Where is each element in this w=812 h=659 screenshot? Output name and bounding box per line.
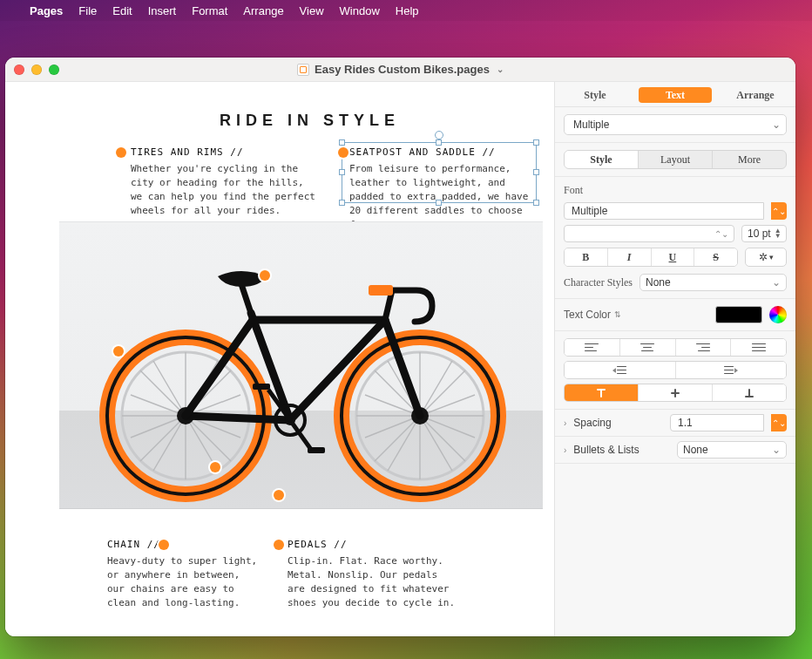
callout-dot (274, 540, 284, 550)
macos-menubar: Pages File Edit Insert Format Arrange Vi… (0, 0, 812, 21)
callout-pedals[interactable]: PEDALS // Clip-in. Flat. Race worthy. Me… (288, 539, 457, 610)
resize-handle[interactable] (339, 200, 345, 206)
page: RIDE IN STYLE TIRES AND RIMS // Whether … (59, 82, 543, 130)
callout-dot (260, 270, 270, 281)
menu-edit[interactable]: Edit (112, 4, 132, 17)
menu-insert[interactable]: Insert (148, 4, 177, 17)
resize-handle[interactable] (533, 200, 539, 206)
document-icon (297, 64, 309, 76)
align-center-button[interactable] (619, 339, 675, 356)
spacing-select[interactable]: 1.1 (670, 414, 764, 431)
valign-middle-button[interactable] (638, 384, 712, 401)
text-color-swatch[interactable] (715, 306, 762, 323)
italic-button[interactable]: I (607, 248, 651, 266)
resize-handle[interactable] (533, 139, 539, 146)
updown-icon: ⇅ (614, 310, 621, 319)
charstyles-select[interactable]: None ⌄ (639, 274, 787, 291)
document-canvas[interactable]: RIDE IN STYLE TIRES AND RIMS // Whether … (5, 82, 555, 636)
callout-dot (113, 346, 124, 357)
charstyles-label: Character Styles (564, 276, 633, 289)
menu-view[interactable]: View (300, 4, 324, 17)
svg-rect-52 (308, 447, 325, 453)
text-subtabs: Style Layout More (564, 150, 787, 169)
font-style-select[interactable]: ⌃⌄ (564, 225, 734, 242)
align-right-button[interactable] (675, 339, 731, 356)
font-family-value: Multiple (572, 205, 607, 217)
menu-help[interactable]: Help (396, 4, 419, 17)
subtab-more[interactable]: More (712, 151, 786, 168)
paragraph-style-select[interactable]: Multiple ⌄ (564, 114, 787, 135)
bike-photo[interactable] (59, 221, 543, 509)
subtab-layout[interactable]: Layout (638, 151, 712, 168)
strike-button[interactable]: S (694, 248, 737, 266)
menu-format[interactable]: Format (192, 4, 227, 17)
document-title[interactable]: Easy Rides Custom Bikes.pages ⌄ (297, 63, 504, 76)
text-advanced-button[interactable]: ✲▾ (745, 248, 787, 267)
callout-dot (274, 490, 284, 500)
align-justify-button[interactable] (730, 339, 786, 356)
tab-arrange[interactable]: Arrange (719, 87, 792, 103)
tab-style[interactable]: Style (558, 87, 632, 103)
callout-dot (116, 147, 126, 158)
callout-dot (159, 540, 169, 550)
underline-button[interactable]: U (651, 248, 694, 266)
text-emphasis-group: B I U S (564, 248, 738, 267)
bullets-select[interactable]: None ⌄ (677, 441, 787, 459)
menu-window[interactable]: Window (340, 4, 380, 17)
callout-tires-body: Whether you're cycling in the city or he… (131, 162, 318, 218)
window-close-button[interactable] (14, 65, 24, 75)
disclosure-icon[interactable]: › (564, 418, 566, 428)
textbox-selection[interactable] (342, 142, 537, 203)
page-headline[interactable]: RIDE IN STYLE (220, 112, 543, 130)
window-minimize-button[interactable] (31, 65, 42, 75)
svg-line-14 (131, 395, 186, 416)
text-color-label: Text Color ⇅ (564, 309, 708, 321)
menu-file[interactable]: File (78, 4, 97, 17)
font-size-stepper[interactable]: ▲▼ (775, 228, 782, 239)
font-size-field[interactable]: 10 pt ▲▼ (741, 225, 787, 242)
h-align-group (564, 338, 787, 357)
resize-handle[interactable] (436, 200, 442, 206)
rotation-handle[interactable] (435, 131, 443, 139)
font-family-stepper[interactable]: ⌃⌄ (771, 202, 787, 220)
spacing-value: 1.1 (678, 417, 693, 429)
valign-bottom-button[interactable] (712, 384, 786, 401)
callout-tires[interactable]: TIRES AND RIMS // Whether you're cycling… (131, 146, 318, 218)
app-menu[interactable]: Pages (30, 4, 63, 17)
indent-group (564, 361, 787, 379)
outdent-button[interactable] (565, 362, 675, 378)
window-zoom-button[interactable] (49, 65, 59, 75)
color-wheel-button[interactable] (769, 306, 787, 323)
gear-icon: ✲ (759, 251, 768, 263)
valign-top-button[interactable] (565, 384, 638, 401)
callout-chain[interactable]: CHAIN // Heavy-duty to super light, or a… (107, 539, 260, 610)
callout-tires-title: TIRES AND RIMS // (131, 146, 318, 158)
font-family-select[interactable]: Multiple (564, 202, 764, 220)
chevron-down-icon: ⌄ (772, 276, 781, 289)
menu-arrange[interactable]: Arrange (243, 4, 283, 17)
traffic-lights (14, 65, 59, 75)
chevron-down-icon: ⌄ (497, 65, 504, 74)
charstyles-value: None (646, 276, 671, 289)
resize-handle[interactable] (339, 169, 345, 175)
svg-line-35 (420, 416, 475, 438)
subtab-style[interactable]: Style (565, 151, 638, 168)
resize-handle[interactable] (436, 139, 442, 146)
callout-pedals-body: Clip-in. Flat. Race worthy. Metal. Nonsl… (288, 554, 457, 610)
font-label: Font (564, 184, 787, 197)
callout-dot (338, 147, 348, 158)
svg-line-16 (131, 416, 186, 438)
resize-handle[interactable] (533, 169, 539, 175)
align-left-button[interactable] (565, 339, 619, 356)
svg-line-33 (420, 395, 475, 416)
v-align-group (564, 384, 787, 402)
disclosure-icon[interactable]: › (564, 445, 566, 455)
bold-button[interactable]: B (565, 248, 607, 266)
paragraph-style-value: Multiple (573, 119, 609, 131)
chevron-down-icon: ⌄ (772, 119, 781, 131)
titlebar: Easy Rides Custom Bikes.pages ⌄ (5, 58, 795, 82)
indent-button[interactable] (675, 362, 787, 378)
spacing-stepper[interactable]: ⌃⌄ (771, 414, 787, 431)
resize-handle[interactable] (339, 139, 345, 146)
tab-text[interactable]: Text (639, 87, 712, 103)
